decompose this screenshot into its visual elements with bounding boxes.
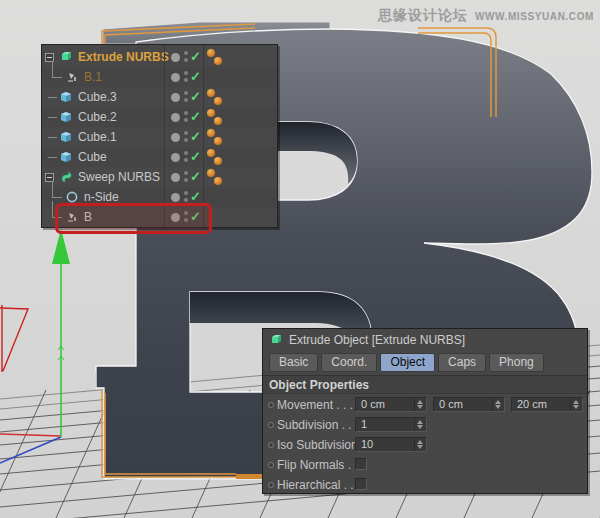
attributes-title: Extrude Object [Extrude NURBS] bbox=[289, 333, 465, 347]
enabled-check-icon[interactable]: ✓ bbox=[190, 89, 201, 104]
object-label[interactable]: n-Side bbox=[84, 190, 119, 204]
tag-dots-icon[interactable] bbox=[205, 167, 225, 187]
tag-dots-icon[interactable] bbox=[205, 147, 225, 167]
layer-dot-icon[interactable] bbox=[171, 173, 180, 182]
spinner-icon[interactable] bbox=[492, 398, 504, 411]
movement-y-field[interactable]: 0 cm bbox=[433, 397, 505, 412]
flip-normals-checkbox[interactable] bbox=[355, 458, 367, 470]
extrude-nurbs-icon bbox=[269, 333, 283, 347]
param-row-hierarchical: Hierarchical . . . bbox=[263, 475, 587, 495]
spinner-icon[interactable] bbox=[414, 438, 426, 451]
spinner-icon[interactable] bbox=[414, 418, 426, 431]
param-row-iso-subdivision: Iso Subdivision 10 bbox=[263, 435, 587, 455]
attributes-tabs: Basic Coord. Object Caps Phong bbox=[269, 353, 544, 372]
object-row-cube2[interactable]: Cube.2 ✓ bbox=[42, 107, 277, 127]
object-label[interactable]: Sweep NURBS bbox=[78, 170, 160, 184]
enabled-check-icon[interactable]: ✓ bbox=[190, 49, 201, 64]
keyframe-circle-icon[interactable] bbox=[268, 462, 274, 468]
enabled-check-icon[interactable]: ✓ bbox=[190, 129, 201, 144]
section-title: Object Properties bbox=[269, 378, 369, 392]
object-manager-panel[interactable]: Extrude NURBS ✓ B.1 ✓ Cube.3 ✓ bbox=[41, 44, 278, 228]
field-value: 10 bbox=[361, 438, 373, 450]
layer-dot-icon[interactable] bbox=[171, 133, 180, 142]
cube-icon bbox=[59, 90, 73, 104]
keyframe-circle-icon[interactable] bbox=[268, 442, 274, 448]
spinner-icon[interactable] bbox=[414, 398, 426, 411]
iso-subdivision-field[interactable]: 10 bbox=[355, 437, 427, 452]
movement-z-field[interactable]: 20 cm bbox=[511, 397, 583, 412]
object-label[interactable]: Cube.1 bbox=[78, 130, 117, 144]
object-row-cube1[interactable]: Cube.1 ✓ bbox=[42, 127, 277, 147]
column-divider bbox=[203, 45, 204, 227]
visibility-dots-icon[interactable] bbox=[183, 50, 189, 64]
object-row-cube[interactable]: Cube ✓ bbox=[42, 147, 277, 167]
n-side-icon bbox=[65, 190, 79, 204]
field-value: 0 cm bbox=[361, 398, 385, 410]
tree-connector bbox=[48, 117, 57, 118]
param-label: Movement . . . . bbox=[277, 398, 360, 412]
object-label[interactable]: Cube bbox=[78, 150, 107, 164]
layer-dot-icon[interactable] bbox=[171, 113, 180, 122]
keyframe-circle-icon[interactable] bbox=[268, 422, 274, 428]
visibility-dots-icon[interactable] bbox=[183, 90, 189, 104]
subdivision-field[interactable]: 1 bbox=[355, 417, 427, 432]
layer-dot-icon[interactable] bbox=[171, 53, 180, 62]
param-row-flip-normals: Flip Normals . . bbox=[263, 455, 587, 475]
enabled-check-icon[interactable]: ✓ bbox=[190, 149, 201, 164]
object-row-sweep-nurbs[interactable]: Sweep NURBS ✓ bbox=[42, 167, 277, 187]
enabled-check-icon[interactable]: ✓ bbox=[190, 109, 201, 124]
param-label: Hierarchical . . . bbox=[277, 478, 360, 492]
visibility-dots-icon[interactable] bbox=[183, 170, 189, 184]
layer-dot-icon[interactable] bbox=[171, 73, 180, 82]
cube-icon bbox=[59, 130, 73, 144]
tab-caps[interactable]: Caps bbox=[438, 353, 486, 372]
annotation-highlight-rect bbox=[55, 203, 212, 234]
param-label: Flip Normals . . bbox=[277, 458, 358, 472]
tree-connector bbox=[52, 181, 62, 198]
cube-icon bbox=[59, 110, 73, 124]
visibility-dots-icon[interactable] bbox=[183, 190, 189, 204]
column-divider bbox=[164, 45, 165, 227]
spline-icon bbox=[65, 70, 79, 84]
attributes-panel[interactable]: Extrude Object [Extrude NURBS] Basic Coo… bbox=[262, 328, 588, 494]
layer-dot-icon[interactable] bbox=[171, 193, 180, 202]
tree-connector bbox=[48, 97, 57, 98]
object-label[interactable]: Cube.2 bbox=[78, 110, 117, 124]
param-label: Subdivision . . . bbox=[277, 418, 358, 432]
object-row-cube3[interactable]: Cube.3 ✓ bbox=[42, 87, 277, 107]
tab-basic[interactable]: Basic bbox=[269, 353, 318, 372]
attributes-title-bar: Extrude Object [Extrude NURBS] bbox=[263, 329, 587, 351]
visibility-dots-icon[interactable] bbox=[183, 130, 189, 144]
tag-dots-icon[interactable] bbox=[205, 127, 225, 147]
tag-dots-icon[interactable] bbox=[205, 47, 225, 67]
tree-connector bbox=[52, 61, 62, 78]
enabled-check-icon[interactable]: ✓ bbox=[190, 169, 201, 184]
tag-dots-icon[interactable] bbox=[205, 87, 225, 107]
object-label[interactable]: Cube.3 bbox=[78, 90, 117, 104]
field-value: 1 bbox=[361, 418, 367, 430]
hierarchical-checkbox[interactable] bbox=[355, 478, 367, 490]
keyframe-circle-icon[interactable] bbox=[268, 402, 274, 408]
layer-dot-icon[interactable] bbox=[171, 93, 180, 102]
visibility-dots-icon[interactable] bbox=[183, 150, 189, 164]
movement-x-field[interactable]: 0 cm bbox=[355, 397, 427, 412]
visibility-dots-icon[interactable] bbox=[183, 110, 189, 124]
tag-dots-icon[interactable] bbox=[205, 107, 225, 127]
cube-icon bbox=[59, 150, 73, 164]
object-row-extrude-nurbs[interactable]: Extrude NURBS ✓ bbox=[42, 47, 277, 67]
object-label[interactable]: B.1 bbox=[84, 70, 102, 84]
tab-phong[interactable]: Phong bbox=[489, 353, 544, 372]
layer-dot-icon[interactable] bbox=[171, 153, 180, 162]
param-label: Iso Subdivision bbox=[277, 438, 358, 452]
object-label[interactable]: Extrude NURBS bbox=[78, 50, 169, 64]
tree-connector bbox=[48, 137, 57, 138]
keyframe-circle-icon[interactable] bbox=[268, 482, 274, 488]
spinner-icon[interactable] bbox=[570, 398, 582, 411]
watermark-site-name: 思缘设计论坛 bbox=[378, 7, 468, 25]
tab-object[interactable]: Object bbox=[380, 353, 435, 372]
enabled-check-icon[interactable]: ✓ bbox=[190, 189, 201, 204]
tab-coord[interactable]: Coord. bbox=[321, 353, 377, 372]
enabled-check-icon[interactable]: ✓ bbox=[190, 69, 201, 84]
visibility-dots-icon[interactable] bbox=[183, 70, 189, 84]
object-row-b1[interactable]: B.1 ✓ bbox=[42, 67, 277, 87]
